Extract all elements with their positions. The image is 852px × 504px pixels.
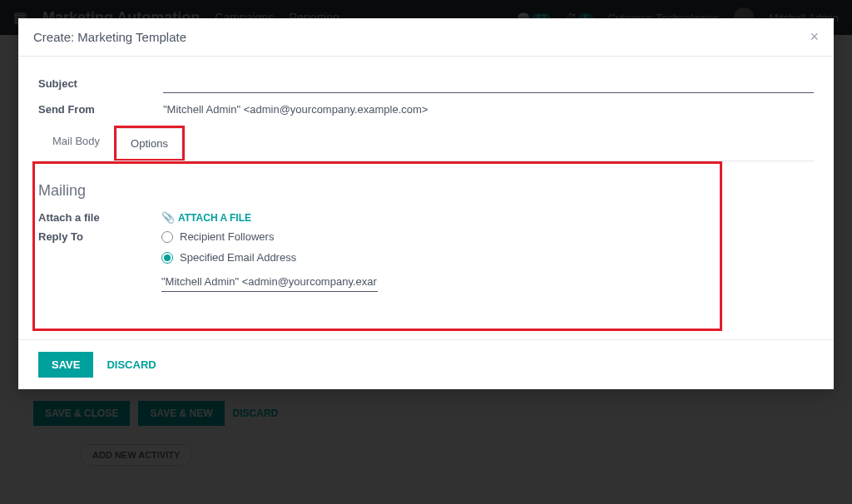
attach-file-label: ATTACH A FILE [178,212,251,224]
attach-file-button[interactable]: 📎 ATTACH A FILE [161,211,251,224]
create-marketing-template-modal: Create: Marketing Template × Subject Sen… [18,18,834,389]
attach-label: Attach a file [35,211,161,224]
tab-options[interactable]: Options [116,128,182,159]
sendfrom-value: "Mitchell Admin" <admin@yourcompany.exam… [163,103,814,116]
close-icon: × [810,28,819,45]
modal-title: Create: Marketing Template [33,30,186,44]
replyto-followers-radio[interactable]: Recipient Followers [161,230,705,243]
paperclip-icon: 📎 [161,211,175,224]
discard-button[interactable]: DISCARD [106,358,156,371]
replyto-email-input[interactable] [161,272,378,292]
radio-icon-unselected [161,231,173,243]
modal-body: Subject Send From "Mitchell Admin" <admi… [18,57,834,339]
replyto-specified-label: Specified Email Address [180,251,296,264]
options-panel: Mailing Attach a file 📎 ATTACH A FILE Re… [32,161,722,331]
modal-header: Create: Marketing Template × [18,18,834,57]
close-button[interactable]: × [810,28,819,46]
replyto-row: Reply To Recipient Followers Specified E… [35,230,705,292]
radio-icon-selected [161,252,173,264]
tabs: Mail Body Options [38,126,814,161]
subject-label: Subject [38,77,163,90]
save-button[interactable]: SAVE [38,352,93,378]
tab-mail-body[interactable]: Mail Body [38,126,114,161]
mailing-heading: Mailing [35,182,705,200]
subject-row: Subject [38,73,814,93]
replyto-followers-label: Recipient Followers [180,230,274,243]
subject-input[interactable] [163,73,814,93]
sendfrom-row: Send From "Mitchell Admin" <admin@yourco… [38,103,814,116]
sendfrom-label: Send From [38,103,163,116]
modal-footer: SAVE DISCARD [18,339,834,389]
attach-row: Attach a file 📎 ATTACH A FILE [35,211,705,224]
replyto-label: Reply To [35,230,161,243]
replyto-specified-radio[interactable]: Specified Email Address [161,251,705,264]
